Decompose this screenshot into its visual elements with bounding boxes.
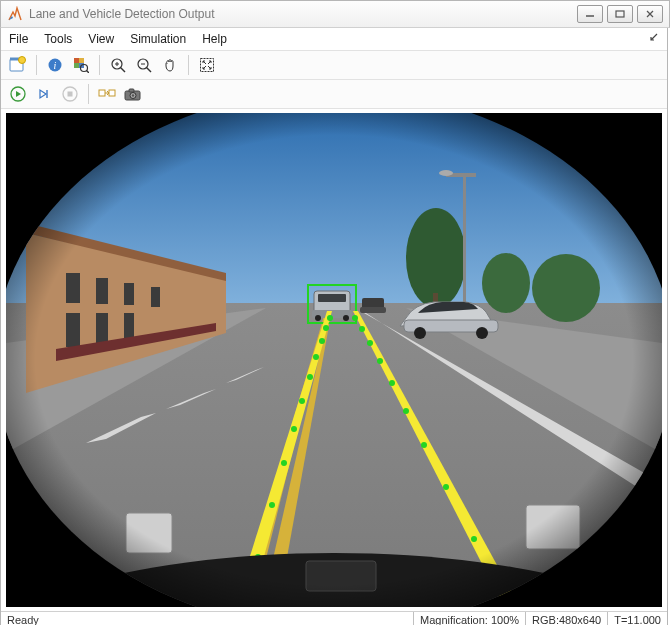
maximize-button[interactable] <box>607 5 633 23</box>
highlight-block-button[interactable] <box>96 83 118 105</box>
menu-simulation[interactable]: Simulation <box>130 32 186 46</box>
svg-rect-9 <box>79 58 84 63</box>
step-forward-button[interactable] <box>33 83 55 105</box>
snapshot-button[interactable] <box>122 83 144 105</box>
svg-rect-25 <box>68 92 73 97</box>
toolbar-separator <box>188 55 189 75</box>
svg-line-13 <box>87 71 90 74</box>
menu-bar: File Tools View Simulation Help <box>1 28 667 51</box>
svg-rect-98 <box>6 113 662 607</box>
svg-rect-8 <box>74 58 79 63</box>
svg-point-5 <box>19 57 26 64</box>
status-bar: Ready Magnification: 100% RGB:480x640 T=… <box>1 611 667 625</box>
svg-rect-26 <box>99 90 105 96</box>
svg-rect-10 <box>74 63 79 68</box>
status-ready: Ready <box>1 612 413 625</box>
play-button[interactable] <box>7 83 29 105</box>
svg-rect-27 <box>109 90 115 96</box>
pan-button[interactable] <box>159 54 181 76</box>
toolbar-playback <box>1 80 667 109</box>
status-rgb: RGB:480x640 <box>525 612 607 625</box>
pixel-region-button[interactable] <box>70 54 92 76</box>
svg-line-19 <box>147 68 152 73</box>
minimize-button[interactable] <box>577 5 603 23</box>
video-viewport[interactable] <box>6 113 662 607</box>
menu-help[interactable]: Help <box>202 32 227 46</box>
status-magnification: Magnification: 100% <box>413 612 525 625</box>
svg-rect-21 <box>201 59 214 72</box>
menu-tools[interactable]: Tools <box>44 32 72 46</box>
window-title: Lane and Vehicle Detection Output <box>29 7 577 21</box>
new-video-viewer-button[interactable] <box>7 54 29 76</box>
toolbar-separator <box>88 84 89 104</box>
zoom-in-button[interactable] <box>107 54 129 76</box>
stop-button[interactable] <box>59 83 81 105</box>
status-time: T=11.000 <box>607 612 667 625</box>
svg-line-15 <box>121 68 126 73</box>
svg-rect-29 <box>129 89 134 92</box>
svg-text:i: i <box>54 60 57 71</box>
menu-view[interactable]: View <box>88 32 114 46</box>
svg-point-31 <box>132 94 134 96</box>
toolbar-separator <box>99 55 100 75</box>
close-button[interactable] <box>637 5 663 23</box>
zoom-out-button[interactable] <box>133 54 155 76</box>
video-info-button[interactable]: i <box>44 54 66 76</box>
toolbar-main: i <box>1 51 667 80</box>
matlab-icon <box>7 6 23 22</box>
title-bar: Lane and Vehicle Detection Output <box>0 0 670 28</box>
toolbar-dropdown-icon[interactable] <box>647 32 659 47</box>
fit-to-view-button[interactable] <box>196 54 218 76</box>
toolbar-separator <box>36 55 37 75</box>
window-body: File Tools View Simulation Help i <box>0 28 668 625</box>
menu-file[interactable]: File <box>9 32 28 46</box>
window-controls <box>577 5 663 23</box>
svg-rect-1 <box>616 11 624 17</box>
